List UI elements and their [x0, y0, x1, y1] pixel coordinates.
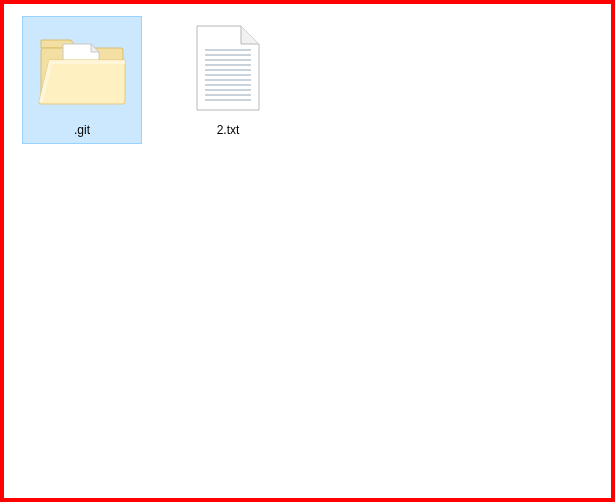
text-file-icon — [180, 21, 276, 117]
file-item-git-folder[interactable]: .git — [22, 16, 142, 144]
folder-icon — [34, 21, 130, 117]
file-item-text[interactable]: 2.txt — [168, 16, 288, 144]
file-label: 2.txt — [217, 123, 240, 137]
explorer-pane: .git — [0, 0, 615, 502]
file-label: .git — [74, 123, 90, 137]
file-grid: .git — [4, 4, 611, 156]
